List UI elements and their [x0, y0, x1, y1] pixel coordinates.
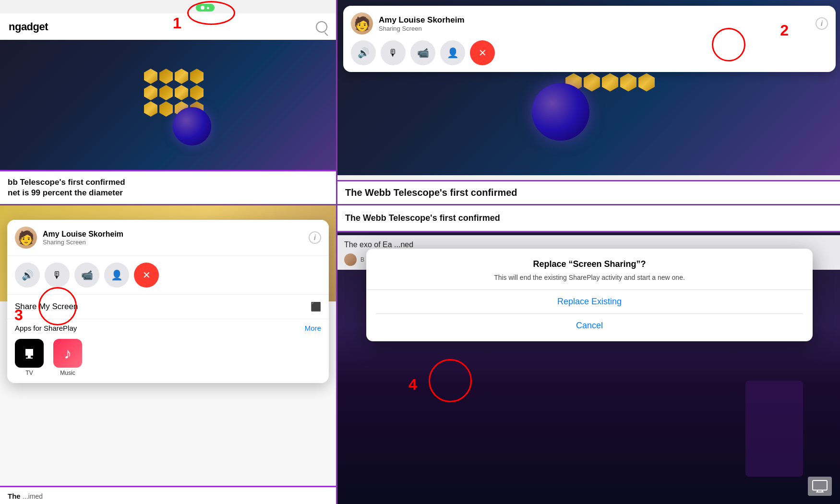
- quadrant-bottom-right: The Webb Telescope's first confirmed The…: [337, 205, 840, 504]
- telescope-illustration: [120, 59, 216, 155]
- hex-cell: [159, 101, 173, 117]
- sp-close-icon: ✕: [143, 269, 151, 281]
- facetime-contact-info: Amy Louise Skorheim Sharing Screen: [379, 15, 810, 32]
- svg-rect-2: [813, 480, 827, 490]
- camera-button[interactable]: 📹: [410, 40, 435, 65]
- sp-status: Sharing Screen: [43, 239, 303, 246]
- q2-headline: The Webb Telescope's first confirmed: [345, 187, 834, 198]
- hex-cell: [159, 69, 173, 84]
- sp-contact-info: Amy Louise Skorheim Sharing Screen: [43, 230, 303, 246]
- sp-mic-icon: 🎙: [52, 270, 62, 281]
- facetime-controls: 🔊 🎙 📹 👤 ✕: [351, 40, 828, 65]
- sp-apps-row: TV ♪ Music: [7, 335, 329, 383]
- hex-cell: [190, 69, 204, 84]
- dialog-title: Replace “Screen Sharing”?: [376, 259, 803, 269]
- close-icon: ✕: [479, 47, 487, 59]
- speaker-button[interactable]: 🔊: [351, 40, 376, 65]
- microphone-icon: 🎙: [388, 48, 398, 59]
- speaker-icon: 🔊: [358, 47, 370, 59]
- sp-mic-button[interactable]: 🎙: [45, 263, 70, 288]
- q2-hex: [584, 73, 600, 92]
- quadrant-top-right: 🧑 Amy Louise Skorheim Sharing Screen i 🔊…: [337, 0, 840, 204]
- monitor-icon: [808, 477, 832, 496]
- svg-rect-0: [28, 356, 31, 358]
- facetime-name: Amy Louise Skorheim: [379, 15, 810, 25]
- hex-cell: [144, 69, 157, 84]
- planet-orb: [173, 107, 211, 145]
- q4-text-snippet: The Webb Telescope's first confirmed: [337, 205, 840, 232]
- share-my-screen-row[interactable]: Share My Screen ⬛: [7, 295, 329, 319]
- facetime-info-button[interactable]: i: [816, 17, 828, 30]
- engadget-header: ngadget: [0, 13, 336, 40]
- q2-hex: [638, 73, 655, 92]
- q1-hero-image: [0, 40, 336, 174]
- hex-cell: [144, 101, 157, 117]
- apple-tv-icon: [15, 339, 44, 368]
- annotation-number-2: 2: [780, 22, 789, 39]
- shareplay-icon: 👤: [447, 47, 459, 59]
- replace-dialog: Replace “Screen Sharing”? This will end …: [366, 249, 813, 341]
- annotation-number-4: 4: [408, 376, 417, 394]
- sp-apps-more[interactable]: More: [305, 324, 321, 332]
- sp-header: 🧑 Amy Louise Skorheim Sharing Screen i: [7, 220, 329, 256]
- dialog-body: This will end the existing SharePlay act…: [376, 273, 803, 283]
- cancel-button[interactable]: Cancel: [376, 313, 803, 337]
- recording-dot: [201, 6, 204, 10]
- microphone-button[interactable]: 🎙: [381, 40, 406, 65]
- shareplay-sheet: 🧑 Amy Louise Skorheim Sharing Screen i 🔊…: [7, 220, 329, 383]
- sp-app-music[interactable]: ♪ Music: [53, 339, 82, 376]
- hex-cell: [175, 69, 188, 84]
- search-icon[interactable]: [316, 21, 327, 33]
- sp-avatar: 🧑: [15, 227, 37, 249]
- camera-icon: 📹: [417, 47, 429, 59]
- main-grid: ● ngadget: [0, 0, 840, 504]
- music-app-icon: ♪: [53, 339, 82, 368]
- share-screen-icon: ⬛: [311, 301, 321, 312]
- q1-headline: bb Telescope's first confirmed net is 99…: [8, 177, 328, 198]
- q2-planet-orb: [532, 83, 589, 141]
- share-my-screen-label: Share My Screen: [15, 302, 78, 312]
- sp-speaker-button[interactable]: 🔊: [15, 263, 40, 288]
- annotation-number-1: 1: [173, 14, 181, 32]
- q1-text-overlay: bb Telescope's first confirmed net is 99…: [0, 170, 336, 204]
- quadrant-bottom-left: 🧑 Amy Louise Skorheim Sharing Screen i 🔊…: [0, 205, 336, 504]
- facetime-overlay: 🧑 Amy Louise Skorheim Sharing Screen i 🔊…: [343, 6, 836, 72]
- hex-cell: [144, 85, 157, 100]
- sp-end-button[interactable]: ✕: [134, 263, 159, 288]
- engadget-logo: ngadget: [9, 21, 48, 33]
- sp-camera-icon: 📹: [81, 269, 93, 281]
- facetime-avatar: 🧑: [351, 12, 373, 35]
- svg-rect-1: [26, 358, 33, 359]
- music-app-label: Music: [60, 370, 75, 376]
- sp-info-button[interactable]: i: [309, 231, 321, 244]
- end-call-button[interactable]: ✕: [470, 40, 495, 65]
- sp-controls: 🔊 🎙 📹 👤 ✕: [7, 256, 329, 295]
- annotation-number-3: 3: [14, 306, 23, 324]
- q3-bottom-text: The ...imed: [0, 486, 336, 504]
- hex-cell: [175, 85, 188, 100]
- recording-text: ●: [206, 5, 210, 11]
- hex-cell: [159, 85, 173, 100]
- q3-headline: The: [8, 492, 21, 500]
- q2-text-overlay: The Webb Telescope's first confirmed: [337, 180, 840, 204]
- replace-existing-button[interactable]: Replace Existing: [376, 290, 803, 313]
- q4-snippet-headline: The Webb Telescope's first confirmed: [345, 213, 500, 223]
- hex-cell: [190, 85, 204, 100]
- sp-apps-title: Apps for SharePlay: [15, 324, 77, 332]
- q4-author-avatar: [344, 253, 357, 266]
- sp-name: Amy Louise Skorheim: [43, 230, 303, 239]
- sp-camera-button[interactable]: 📹: [74, 263, 99, 288]
- sp-app-tv[interactable]: TV: [15, 339, 44, 376]
- sp-shareplay-button[interactable]: 👤: [104, 263, 129, 288]
- tv-app-label: TV: [25, 370, 33, 376]
- facetime-status: Sharing Screen: [379, 25, 810, 32]
- q2-hex: [620, 73, 636, 92]
- sp-speaker-icon: 🔊: [22, 269, 34, 281]
- q2-hex: [602, 73, 618, 92]
- recording-indicator: ●: [196, 4, 215, 12]
- q4-person-figure: [745, 381, 803, 477]
- q4-author-initial: B: [360, 256, 364, 263]
- shareplay-button[interactable]: 👤: [440, 40, 465, 65]
- sp-shareplay-icon: 👤: [111, 269, 123, 281]
- sp-apps-header: Apps for SharePlay More: [7, 319, 329, 335]
